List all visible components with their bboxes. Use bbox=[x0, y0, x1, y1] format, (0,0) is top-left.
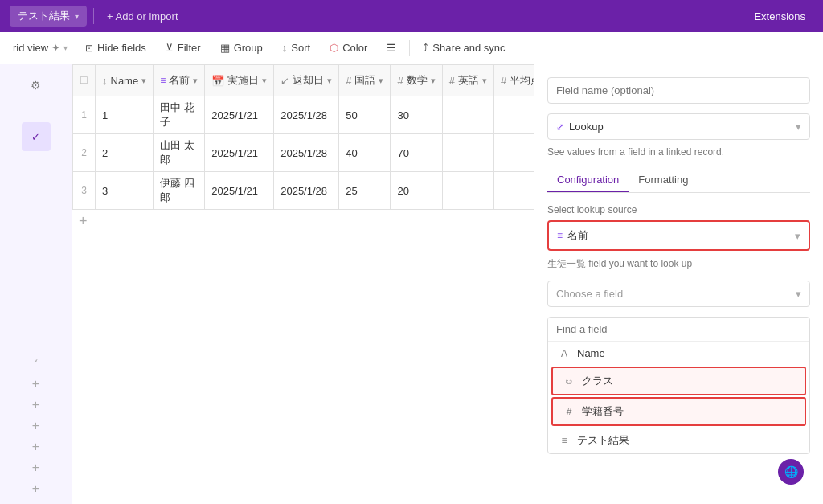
henkyaku-col-sort: ▾ bbox=[327, 76, 332, 86]
jisshi-col-sort: ▾ bbox=[262, 76, 267, 86]
toolbar: rid view ✦ ▾ ⊡ Hide fields ⊻ Filter ▦ Gr… bbox=[0, 32, 823, 64]
cell-date2[interactable]: 2025/1/28 bbox=[274, 96, 339, 134]
add-row-button[interactable]: + bbox=[72, 210, 534, 233]
kokugo-col-sort: ▾ bbox=[379, 76, 383, 86]
cell-math[interactable]: 30 bbox=[391, 96, 442, 134]
cell-kokugo[interactable]: 50 bbox=[339, 96, 391, 134]
math-col-sort: ▾ bbox=[431, 76, 436, 86]
cell-eigo[interactable] bbox=[442, 96, 493, 134]
hide-fields-button[interactable]: ⊡ Hide fields bbox=[77, 38, 154, 58]
cell-date2[interactable]: 2025/1/28 bbox=[274, 134, 339, 172]
tab-label: テスト結果 bbox=[18, 9, 70, 23]
color-button[interactable]: ⬡ Color bbox=[321, 38, 375, 58]
share-sync-button[interactable]: ⤴ Share and sync bbox=[415, 38, 513, 58]
table-row: 3 3 伊藤 四郎 2025/1/21 2025/1/28 25 20 bbox=[73, 172, 534, 210]
cell-date1[interactable]: 2025/1/21 bbox=[205, 134, 274, 172]
grid-table: ☐ ↕ Name ▾ ≡ 名前 ▾ bbox=[72, 64, 534, 210]
col-kokugo[interactable]: # 国語 ▾ bbox=[339, 65, 391, 96]
cell-name[interactable]: 山田 太郎 bbox=[154, 134, 205, 172]
cell-date1[interactable]: 2025/1/21 bbox=[205, 96, 274, 134]
dropdown-item[interactable]: #学籍番号 bbox=[551, 397, 806, 426]
config-tabs: Configuration Formatting bbox=[547, 169, 810, 193]
filter-icon: ⊻ bbox=[166, 42, 174, 54]
item-type-icon: # bbox=[563, 406, 575, 417]
type-label: ⤢ Lookup bbox=[556, 121, 604, 133]
cell-name[interactable]: 田中 花子 bbox=[154, 96, 205, 134]
main-container: ⚙ ✓ ˅ + + + + + + ☐ ↕ Name bbox=[0, 64, 823, 504]
dropdown-item[interactable]: ≡テスト結果 bbox=[548, 428, 809, 453]
sidebar-check-item[interactable]: ✓ bbox=[22, 122, 51, 151]
sort-button[interactable]: ↕ Sort bbox=[274, 38, 318, 58]
cell-id[interactable]: 3 bbox=[96, 172, 154, 210]
cell-avg[interactable] bbox=[493, 134, 534, 172]
cell-kokugo[interactable]: 40 bbox=[339, 134, 391, 172]
view-chevron-icon: ▾ bbox=[63, 43, 68, 52]
sidebar-add-4[interactable]: + bbox=[31, 438, 41, 456]
tab-configuration[interactable]: Configuration bbox=[547, 169, 629, 192]
panel-body: ⤢ Lookup ▾ See values from a field in a … bbox=[534, 64, 823, 504]
view-icon: ✦ bbox=[51, 42, 60, 54]
hide-fields-icon: ⊡ bbox=[85, 43, 93, 54]
tab-pill[interactable]: テスト結果 ▾ bbox=[10, 6, 87, 27]
sidebar-add-6[interactable]: + bbox=[31, 480, 41, 498]
row-number: 2 bbox=[73, 134, 96, 172]
dropdown-item[interactable]: AName bbox=[548, 342, 809, 365]
field-type-select[interactable]: ⤢ Lookup ▾ bbox=[547, 113, 810, 140]
field-description: See values from a field in a linked reco… bbox=[547, 146, 810, 158]
col-henkyaku[interactable]: ↙ 返却日 ▾ bbox=[274, 65, 339, 96]
col-math[interactable]: # 数学 ▾ bbox=[391, 65, 442, 96]
col-avg[interactable]: # 平均点 ▾ bbox=[493, 65, 534, 96]
row-number: 1 bbox=[73, 96, 96, 134]
cell-id[interactable]: 1 bbox=[96, 96, 154, 134]
cell-id[interactable]: 2 bbox=[96, 134, 154, 172]
lookup-source-box[interactable]: ≡ 名前 ▾ bbox=[547, 220, 810, 251]
cell-date1[interactable]: 2025/1/21 bbox=[205, 172, 274, 210]
cell-eigo[interactable] bbox=[442, 172, 493, 210]
sidebar-add-2[interactable]: + bbox=[31, 396, 41, 414]
top-bar: テスト結果 ▾ + Add or import Extensions bbox=[0, 0, 823, 32]
cell-eigo[interactable] bbox=[442, 134, 493, 172]
cell-math[interactable]: 70 bbox=[391, 134, 442, 172]
col-name[interactable]: ↕ Name ▾ bbox=[96, 65, 154, 96]
sidebar-settings-icon[interactable]: ⚙ bbox=[22, 71, 51, 100]
field-name-input[interactable] bbox=[547, 77, 810, 104]
grid-wrapper: ☐ ↕ Name ▾ ≡ 名前 ▾ bbox=[72, 64, 534, 504]
find-field-input[interactable] bbox=[548, 318, 809, 342]
namae-col-icon: ≡ bbox=[160, 75, 166, 86]
cell-name[interactable]: 伊藤 四郎 bbox=[154, 172, 205, 210]
item-label: クラス bbox=[582, 374, 613, 388]
cell-math[interactable]: 20 bbox=[391, 172, 442, 210]
lookup-source-label: Select lookup source bbox=[547, 204, 810, 215]
name-col-sort: ▾ bbox=[141, 76, 146, 86]
choose-field-select[interactable]: Choose a field ▾ bbox=[547, 281, 810, 307]
namae-col-sort: ▾ bbox=[193, 76, 198, 86]
cell-avg[interactable] bbox=[493, 96, 534, 134]
dropdown-item[interactable]: ☺クラス bbox=[551, 367, 806, 395]
math-col-icon: # bbox=[397, 75, 403, 87]
extensions-button[interactable]: Extensions bbox=[746, 7, 813, 26]
col-namae[interactable]: ≡ 名前 ▾ bbox=[154, 65, 205, 96]
tab-formatting[interactable]: Formatting bbox=[629, 169, 698, 192]
view-name: rid view ✦ ▾ bbox=[13, 42, 68, 54]
sidebar-collapse-chevron[interactable]: ˅ bbox=[31, 355, 42, 372]
item-type-icon: ☺ bbox=[563, 375, 575, 387]
cell-kokugo[interactable]: 25 bbox=[339, 172, 391, 210]
source-chevron-icon: ▾ bbox=[795, 230, 800, 242]
sidebar-add-5[interactable]: + bbox=[31, 459, 41, 477]
toolbar-separator bbox=[409, 40, 410, 56]
cell-avg[interactable] bbox=[493, 172, 534, 210]
item-label: Name bbox=[577, 347, 605, 359]
tab-chevron-icon: ▾ bbox=[75, 12, 79, 21]
filter-button[interactable]: ⊻ Filter bbox=[158, 38, 209, 58]
lookup-source-inner: ≡ 名前 bbox=[557, 228, 588, 243]
item-label: テスト結果 bbox=[577, 433, 629, 448]
sidebar-add-1[interactable]: + bbox=[31, 375, 41, 393]
add-import-button[interactable]: + Add or import bbox=[100, 7, 185, 26]
row-height-button[interactable]: ☰ bbox=[379, 38, 404, 58]
col-jisshi[interactable]: 📅 実施日 ▾ bbox=[205, 65, 274, 96]
col-eigo[interactable]: # 英語 ▾ bbox=[442, 65, 493, 96]
group-button[interactable]: ▦ Group bbox=[212, 38, 271, 58]
cell-date2[interactable]: 2025/1/28 bbox=[274, 172, 339, 210]
col-checkbox[interactable]: ☐ bbox=[73, 65, 96, 96]
sidebar-add-3[interactable]: + bbox=[31, 417, 41, 435]
